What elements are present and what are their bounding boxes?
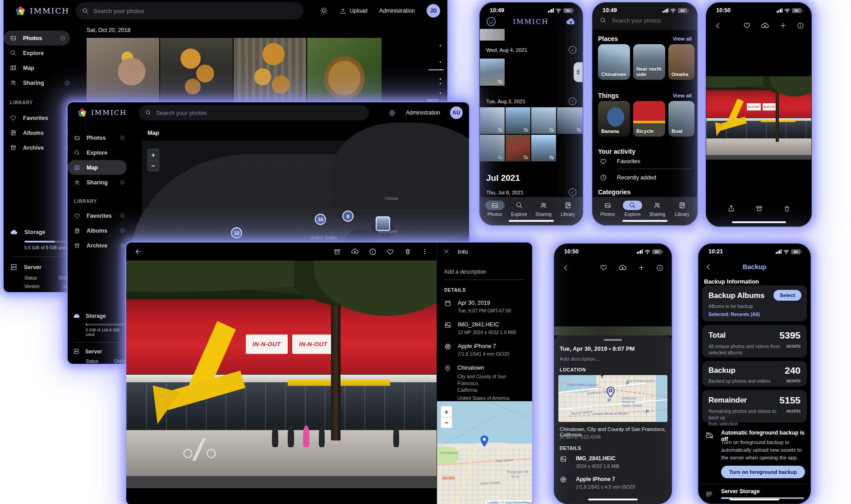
info-icon[interactable] [656, 264, 663, 271]
photo-sliver[interactable] [554, 326, 672, 335]
back-chevron-icon[interactable] [705, 263, 712, 270]
sidebar-item-sharing[interactable]: Sharing [68, 175, 129, 190]
place-card[interactable]: Near north side [633, 44, 665, 80]
sidebar-item-photos[interactable]: Photos [4, 31, 70, 46]
heart-icon[interactable] [386, 248, 394, 256]
close-icon[interactable] [443, 248, 450, 255]
info-icon[interactable] [120, 180, 125, 185]
photo-thumbnail[interactable] [480, 107, 505, 134]
immich-logo[interactable]: IMMICH [4, 5, 76, 17]
info-icon[interactable] [797, 22, 804, 29]
sidebar-item-explore[interactable]: Explore [68, 145, 129, 160]
immich-logo[interactable]: IMMICH [68, 107, 135, 118]
sidebar-item-favorites[interactable]: Favorites [68, 208, 129, 223]
back-chevron-icon[interactable] [714, 22, 722, 29]
photo-thumbnail[interactable] [160, 38, 233, 103]
trash-icon[interactable] [783, 205, 791, 212]
sidebar-item-explore[interactable]: Explore [4, 46, 74, 60]
detail-location[interactable]: Chinatown [457, 365, 525, 371]
things-view-all[interactable]: View all [673, 93, 692, 98]
scrollbar-handle[interactable] [574, 62, 583, 82]
sidebar-item-map[interactable]: Map [68, 160, 127, 175]
places-view-all[interactable]: View all [673, 36, 692, 41]
photo-thumbnail[interactable] [557, 107, 583, 134]
heart-icon[interactable] [743, 22, 751, 29]
sheet-drag-handle[interactable] [604, 339, 622, 341]
theme-sun-icon[interactable] [388, 109, 396, 117]
map-cluster[interactable]: 10 [231, 227, 242, 238]
turn-on-backup-button[interactable]: Turn on foreground backup [721, 466, 805, 478]
home-indicator[interactable] [588, 499, 638, 500]
nav-sharing[interactable]: Sharing [534, 201, 553, 217]
sidebar-item-archive[interactable]: Archive [68, 238, 129, 253]
photo-thumbnail[interactable] [87, 38, 159, 103]
info-icon[interactable] [120, 213, 125, 218]
administration-link[interactable]: Administration [379, 8, 415, 14]
thing-card[interactable]: Bicycle [633, 101, 665, 137]
search-input[interactable] [612, 18, 689, 24]
map-cluster[interactable]: 10 [315, 214, 326, 225]
search-input[interactable] [93, 8, 287, 14]
photo-thumbnail[interactable] [480, 29, 505, 41]
sidebar-item-sharing[interactable]: Sharing [4, 75, 74, 90]
photo-thumbnail[interactable] [506, 107, 530, 134]
sidebar-item-albums[interactable]: Albums [4, 125, 74, 140]
sidebar-item-archive[interactable]: Archive [4, 140, 74, 155]
archive-icon[interactable] [333, 248, 341, 256]
plus-icon[interactable] [638, 264, 645, 271]
archive-icon[interactable] [755, 205, 763, 212]
thing-card[interactable]: Boat [668, 101, 695, 137]
plus-icon[interactable] [779, 22, 787, 29]
photo-thumbnail[interactable] [480, 59, 505, 86]
photo-in-n-out[interactable]: IN-N-OUT IN-N-OUT [126, 261, 437, 488]
home-indicator[interactable] [509, 220, 554, 222]
photo-thumbnail[interactable] [307, 38, 382, 103]
info-map[interactable]: Fort Mason US 101 Bay Street Union Stree… [437, 401, 532, 504]
zoom-out-button[interactable]: − [148, 160, 159, 171]
cloud-upload-icon[interactable] [761, 22, 769, 29]
cloud-upload-icon[interactable] [618, 264, 627, 271]
zoom-out-button[interactable]: − [441, 417, 452, 428]
theme-sun-icon[interactable] [320, 7, 328, 15]
description-input[interactable]: Add description... [560, 356, 600, 362]
photo-thumbnail[interactable] [234, 38, 306, 103]
search-bar[interactable] [139, 105, 369, 120]
info-icon[interactable] [120, 243, 125, 248]
description-input[interactable]: Add a description [437, 261, 532, 275]
trash-icon[interactable] [404, 248, 411, 255]
photo-thumbnail[interactable] [531, 107, 556, 134]
thing-card[interactable]: Banana [598, 101, 630, 137]
info-icon[interactable] [64, 80, 70, 86]
share-icon[interactable] [727, 205, 735, 212]
heart-icon[interactable] [600, 264, 607, 271]
nav-library[interactable]: Library [672, 201, 692, 217]
home-indicator[interactable] [730, 499, 779, 500]
map-zoom-control[interactable]: + − [441, 406, 452, 428]
nav-photos[interactable]: Photos [598, 201, 617, 217]
photo-in-n-out[interactable]: IN-N-OUT IN-N-OUT [706, 76, 811, 160]
map-zoom-control[interactable]: + − [147, 149, 159, 171]
map-pin-icon[interactable] [479, 435, 490, 448]
info-icon[interactable] [60, 36, 65, 41]
info-icon[interactable] [120, 135, 125, 140]
home-indicator[interactable] [622, 220, 667, 222]
sidebar-item-favorites[interactable]: Favorites [4, 110, 74, 125]
sidebar-item-map[interactable]: Map [4, 60, 74, 75]
upload-button[interactable]: Upload [340, 8, 368, 14]
map-attribution[interactable]: Leaflet | © OpenStreetMap [486, 500, 532, 504]
back-chevron-icon[interactable] [562, 264, 570, 271]
photo-thumbnail[interactable] [506, 135, 530, 161]
place-card[interactable]: Omaha [668, 44, 695, 80]
nav-photos[interactable]: Photos [485, 201, 505, 217]
info-icon[interactable] [369, 248, 377, 256]
zoom-in-button[interactable]: + [148, 149, 159, 160]
avatar[interactable]: JD [427, 4, 440, 18]
select-check-icon[interactable] [569, 97, 576, 105]
nav-sharing[interactable]: Sharing [648, 201, 667, 217]
nav-search[interactable]: Explore [623, 201, 642, 217]
info-icon[interactable] [120, 228, 125, 233]
activity-recently-added[interactable]: Recently added [600, 174, 656, 181]
profile-avatar-icon[interactable] [486, 17, 496, 27]
administration-link[interactable]: Administration [406, 110, 440, 116]
map-photo-marker[interactable] [376, 216, 390, 231]
